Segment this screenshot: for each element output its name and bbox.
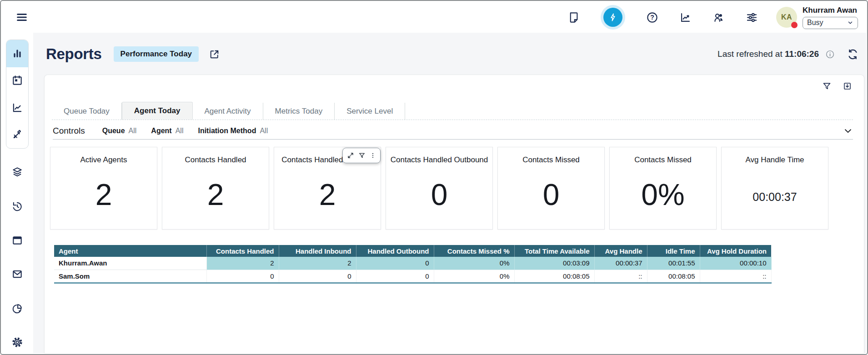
tab-label: Agent Today bbox=[134, 106, 181, 115]
filter-value: All bbox=[129, 127, 137, 135]
tab-queue-today[interactable]: Queue Today bbox=[52, 103, 122, 120]
last-refreshed-text: Last refreshed at 11:06:26 bbox=[717, 49, 819, 59]
sidebar-item-history[interactable] bbox=[11, 200, 23, 212]
column-header-handled-inbound[interactable]: Handled Inbound bbox=[279, 245, 356, 257]
topbar-actions: ? KA Khurram Awan Busy bbox=[567, 5, 866, 30]
tab-agent-today[interactable]: Agent Today bbox=[122, 102, 193, 120]
table-cell: 00:08:05 bbox=[514, 270, 594, 283]
page-header: Reports Performance Today Last refreshed… bbox=[46, 44, 859, 65]
metric-card-contacts-handled-outbound[interactable]: Contacts Handled Outbound 0 bbox=[386, 147, 493, 230]
metric-card-contacts-missed[interactable]: Contacts Missed 0 bbox=[497, 147, 605, 230]
metric-card-contacts-missed-pct[interactable]: Contacts Missed 0% bbox=[609, 147, 717, 230]
status-select-value: Busy bbox=[807, 19, 823, 27]
status-select[interactable]: Busy bbox=[803, 17, 858, 29]
metric-value: 2 bbox=[274, 178, 381, 211]
info-icon[interactable] bbox=[825, 50, 835, 59]
sidebar-report-group bbox=[6, 40, 29, 149]
agent-name-cell: Sam.Som bbox=[54, 270, 206, 283]
filter-icon[interactable] bbox=[822, 81, 832, 91]
tab-service-level[interactable]: Service Level bbox=[335, 103, 405, 120]
filter-initiation-method[interactable]: Initiation Method All bbox=[198, 127, 268, 135]
sidebar-item-mail[interactable] bbox=[11, 268, 23, 280]
filter-queue[interactable]: Queue All bbox=[102, 127, 137, 135]
performance-today-badge[interactable]: Performance Today bbox=[114, 46, 199, 62]
sidebar-item-layers[interactable] bbox=[11, 166, 23, 178]
table-row[interactable]: Sam.Som 0 0 0 0% 00:08:05 :: 00:08:05 :: bbox=[54, 270, 771, 283]
sidebar-item-pie[interactable] bbox=[11, 303, 23, 315]
help-icon[interactable]: ? bbox=[646, 11, 658, 24]
tab-label: Service Level bbox=[346, 107, 393, 116]
metrics-icon[interactable] bbox=[679, 11, 692, 24]
filter-name: Agent bbox=[151, 127, 171, 135]
column-header-idle-time[interactable]: Idle Time bbox=[647, 245, 700, 257]
notes-icon[interactable] bbox=[567, 11, 580, 24]
sidebar bbox=[2, 33, 33, 353]
column-header-handled-outbound[interactable]: Handled Outbound bbox=[356, 245, 434, 257]
preferences-icon[interactable] bbox=[746, 11, 758, 24]
kebab-menu-icon[interactable] bbox=[370, 152, 376, 159]
layers-icon bbox=[11, 166, 23, 178]
table-cell: :: bbox=[700, 270, 771, 283]
avatar[interactable]: KA bbox=[776, 7, 797, 28]
table-cell: 0 bbox=[279, 270, 356, 283]
column-header-agent[interactable]: Agent bbox=[54, 245, 206, 257]
column-header-contacts-missed-pct[interactable]: Contacts Missed % bbox=[434, 245, 514, 257]
topbar: ? KA Khurram Awan Busy bbox=[2, 2, 866, 33]
expand-icon[interactable] bbox=[347, 152, 354, 159]
chevron-down-icon bbox=[847, 20, 853, 26]
hamburger-menu-icon[interactable] bbox=[15, 11, 28, 24]
external-link-icon[interactable] bbox=[209, 49, 220, 60]
dashboard-tools bbox=[822, 81, 852, 91]
visual-filter-icon[interactable] bbox=[358, 152, 366, 159]
settings-gear-icon bbox=[11, 336, 23, 348]
metric-label: Contacts Handled Outbound bbox=[386, 155, 492, 165]
filter-agent[interactable]: Agent All bbox=[151, 127, 183, 135]
metric-card-contacts-handled[interactable]: Contacts Handled 2 bbox=[162, 147, 269, 230]
sidebar-item-line-chart[interactable] bbox=[6, 94, 28, 121]
metric-label: Avg Handle Time bbox=[722, 155, 828, 165]
bar-chart-icon bbox=[11, 48, 23, 60]
visual-hover-toolbar bbox=[342, 148, 381, 163]
tab-label: Agent Activity bbox=[205, 107, 251, 116]
column-header-contacts-handled[interactable]: Contacts Handled bbox=[206, 245, 279, 257]
table-cell: 00:03:09 bbox=[514, 257, 594, 270]
tab-agent-activity[interactable]: Agent Activity bbox=[193, 103, 263, 120]
sidebar-item-calendar[interactable] bbox=[6, 67, 28, 95]
tab-metrics-today[interactable]: Metrics Today bbox=[263, 103, 335, 120]
svg-text:?: ? bbox=[650, 14, 654, 21]
table-cell: 2 bbox=[206, 257, 279, 270]
metric-value: 0 bbox=[386, 178, 492, 211]
controls-collapse-chevron-icon[interactable] bbox=[843, 126, 853, 136]
sidebar-item-bar-chart[interactable] bbox=[6, 40, 28, 67]
filter-value: All bbox=[260, 127, 268, 135]
tab-label: Metrics Today bbox=[275, 107, 323, 116]
filter-name: Initiation Method bbox=[198, 127, 256, 135]
sidebar-item-settings[interactable] bbox=[11, 336, 23, 348]
history-icon bbox=[11, 200, 23, 212]
metric-label: Contacts Missed bbox=[498, 155, 604, 165]
metric-card-active-agents[interactable]: Active Agents 2 bbox=[50, 147, 157, 230]
contacts-icon[interactable] bbox=[712, 11, 725, 24]
metric-label: Contacts Missed bbox=[610, 155, 716, 165]
sidebar-item-browser[interactable] bbox=[11, 235, 23, 246]
column-header-avg-hold-duration[interactable]: Avg Hold Duration bbox=[700, 245, 771, 257]
table-row[interactable]: Khurram.Awan 2 2 0 0% 00:03:09 00:00:37 … bbox=[54, 257, 771, 270]
table-cell: 0 bbox=[356, 270, 434, 283]
browser-window-icon bbox=[11, 235, 23, 246]
filter-value: All bbox=[176, 127, 184, 135]
table-header-row: Agent Contacts Handled Handled Inbound H… bbox=[54, 245, 771, 257]
sidebar-item-design[interactable] bbox=[6, 121, 28, 149]
user-cluster: KA Khurram Awan Busy bbox=[776, 6, 858, 29]
tab-strip: Queue Today Agent Today Agent Activity M… bbox=[52, 103, 853, 120]
download-icon[interactable] bbox=[843, 81, 852, 91]
agent-name-cell: Khurram.Awan bbox=[54, 257, 206, 270]
last-refreshed-time: 11:06:26 bbox=[785, 49, 819, 59]
agents-table: Agent Contacts Handled Handled Inbound H… bbox=[54, 245, 772, 284]
flash-icon[interactable] bbox=[601, 5, 625, 30]
column-header-avg-handle[interactable]: Avg Handle bbox=[594, 245, 647, 257]
column-header-total-time-available[interactable]: Total Time Available bbox=[514, 245, 594, 257]
flash-icon-circle bbox=[603, 8, 622, 27]
app-window: ? KA Khurram Awan Busy bbox=[0, 0, 868, 355]
metric-card-avg-handle-time[interactable]: Avg Handle Time 00:00:37 bbox=[721, 147, 828, 230]
refresh-icon[interactable] bbox=[847, 48, 859, 60]
